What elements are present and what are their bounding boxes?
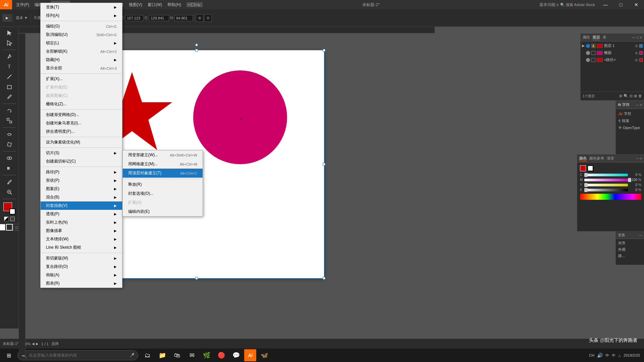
panel-collapse[interactable]: — bbox=[632, 36, 635, 39]
tab-color-ref[interactable]: 颜色参考 bbox=[589, 156, 604, 161]
color-boxes[interactable] bbox=[3, 202, 15, 215]
transform-min[interactable]: — bbox=[639, 234, 642, 237]
color-panel-collapse[interactable]: — bbox=[636, 157, 639, 160]
type-panel-menu[interactable]: ≡ bbox=[640, 103, 642, 107]
env-release[interactable]: 释放(R) bbox=[123, 180, 203, 189]
c-slider-thumb[interactable] bbox=[584, 173, 588, 177]
layer-options-btn[interactable]: ⊟ bbox=[630, 94, 633, 98]
menu-flatten[interactable]: 拼合透明度(F)... bbox=[41, 127, 122, 136]
panel-menu[interactable]: ≡ bbox=[640, 36, 642, 39]
type-tool[interactable]: T bbox=[1, 62, 17, 71]
eyedropper-tool[interactable] bbox=[1, 177, 17, 187]
layer-expand-1[interactable]: ▶ bbox=[582, 44, 585, 48]
menu-group[interactable]: 编组(G)Ctrl+G bbox=[41, 22, 122, 31]
taskbar-wechat[interactable]: 💬 bbox=[229, 349, 243, 362]
c-input[interactable] bbox=[149, 15, 169, 21]
fill-swatch[interactable] bbox=[580, 165, 586, 171]
layer-vis-3[interactable] bbox=[586, 58, 590, 62]
select-tool[interactable] bbox=[1, 28, 17, 38]
k-slider-thumb[interactable] bbox=[584, 188, 588, 192]
menu-envelope[interactable]: 封套扭曲(V)▶ bbox=[41, 201, 122, 210]
menu-arrange[interactable]: 排列(A)▶ bbox=[41, 11, 122, 20]
menu-slice[interactable]: 切片(S)▶ bbox=[41, 149, 122, 157]
fill-indicator[interactable] bbox=[0, 224, 5, 231]
menu-expand[interactable]: 扩展(X)... bbox=[41, 75, 122, 83]
stroke-color[interactable] bbox=[9, 208, 15, 215]
menu-crop-marks[interactable]: 创建裁切标记(C) bbox=[41, 157, 122, 166]
color-spectrum[interactable] bbox=[580, 194, 641, 200]
direct-select-tool[interactable] bbox=[1, 38, 17, 48]
zoom-up[interactable]: ▶ bbox=[36, 342, 39, 346]
layer-row-2[interactable]: 椭圆 ◎ bbox=[581, 49, 644, 56]
maximize-button[interactable]: □ bbox=[613, 0, 629, 9]
taskbar-butterfly[interactable]: 🦋 bbox=[258, 349, 271, 362]
menu-artboard[interactable]: 画板(A)▶ bbox=[41, 271, 122, 279]
gradient-tool[interactable] bbox=[1, 164, 17, 173]
menu-image-trace[interactable]: 图像描摹▶ bbox=[41, 227, 122, 235]
m-slider-thumb[interactable] bbox=[628, 178, 631, 182]
menu-mosaic[interactable]: 创建对象马赛克(I)... bbox=[41, 119, 122, 127]
tray-input1[interactable]: 中 bbox=[605, 353, 609, 358]
opentype-item[interactable]: ⊕ OpenType bbox=[617, 124, 643, 131]
none-color[interactable]: ∅ bbox=[10, 217, 15, 221]
tray-input2[interactable]: 中 bbox=[612, 353, 615, 358]
stroke-indicator[interactable] bbox=[6, 224, 13, 231]
m-slider-track[interactable] bbox=[584, 179, 628, 181]
taskbar-mail[interactable]: ✉ bbox=[185, 349, 199, 362]
menu-ungroup[interactable]: 取消编组(U)Shift+Ctrl+G bbox=[41, 31, 122, 39]
layer-view-btn[interactable]: ⊠ bbox=[634, 94, 637, 98]
layer-search-btn[interactable]: 🔍 bbox=[624, 94, 628, 98]
layer-lock-2[interactable] bbox=[591, 51, 595, 55]
menu-graph[interactable]: 图表(R)▶ bbox=[41, 279, 122, 288]
menu-perspective[interactable]: 透视(P)▶ bbox=[41, 210, 122, 218]
layer-vis-1[interactable] bbox=[586, 44, 590, 48]
menu-shape[interactable]: 形状(P)▶ bbox=[41, 176, 122, 185]
menu-transform[interactable]: 变换(T)▶ bbox=[41, 3, 122, 11]
menu-show-all[interactable]: 显示全部Alt+Ctrl+3 bbox=[41, 64, 122, 72]
search-stock[interactable]: 🔍 搜索 Adobe Stock bbox=[560, 2, 595, 7]
menu-pixel-perfect[interactable]: 设为像素级优化(M) bbox=[41, 138, 122, 146]
shape-builder-tool[interactable] bbox=[1, 154, 17, 163]
menu-rasterize[interactable]: 栅格化(Z)... bbox=[41, 100, 122, 108]
char-item[interactable]: Ai 字符 bbox=[617, 110, 643, 117]
y-slider-thumb[interactable] bbox=[584, 183, 588, 187]
brush-tool[interactable] bbox=[1, 92, 17, 102]
align-item[interactable]: 对齐 bbox=[617, 240, 643, 246]
align-btn1[interactable]: ⊞ bbox=[196, 14, 203, 22]
path-item[interactable]: 路... bbox=[617, 253, 643, 259]
swap-colors[interactable] bbox=[4, 217, 9, 221]
appearance-item[interactable]: 外观 bbox=[617, 246, 643, 253]
menu-window[interactable]: 窗口(W) bbox=[145, 1, 165, 9]
menu-hide[interactable]: 隐藏(H)▶ bbox=[41, 56, 122, 64]
c-slider-track[interactable] bbox=[584, 174, 628, 176]
rotate-handle[interactable] bbox=[195, 44, 198, 46]
menu-help[interactable]: 帮助(H) bbox=[165, 1, 184, 9]
tray-lang[interactable]: CH bbox=[589, 353, 594, 357]
env-options[interactable]: 封套选项(O)... bbox=[123, 189, 203, 198]
menu-pattern[interactable]: 图案(E)▶ bbox=[41, 185, 122, 193]
align-btn2[interactable]: ⊟ bbox=[204, 14, 212, 22]
menu-text-wrap[interactable]: 文本绕排(W)▶ bbox=[41, 235, 122, 243]
layer-target-2[interactable]: ◎ bbox=[635, 51, 638, 55]
y-slider-track[interactable] bbox=[584, 184, 628, 186]
taskbar-store[interactable]: 🛍 bbox=[170, 349, 184, 362]
taskbar-red[interactable]: 🔴 bbox=[215, 349, 228, 362]
stroke-swatch[interactable] bbox=[587, 165, 593, 171]
zoom-tool[interactable] bbox=[1, 187, 17, 197]
zoom-down[interactable]: ◀ bbox=[32, 342, 35, 346]
menu-view[interactable]: 视图(V) bbox=[126, 1, 145, 9]
layer-row-1[interactable]: ▶ 🔒 图层 1 ◎ bbox=[581, 42, 644, 49]
menu-line-sketch[interactable]: Line 和 Sketch 图框▶ bbox=[41, 243, 122, 252]
layer-target-1[interactable]: ◎ bbox=[635, 44, 638, 48]
menu-clipping-mask[interactable]: 剪切蒙版(M)▶ bbox=[41, 254, 122, 262]
para-item[interactable]: ¶ 段落 bbox=[617, 117, 643, 124]
pen-tool[interactable] bbox=[1, 52, 17, 61]
menu-path[interactable]: 路径(P)▶ bbox=[41, 168, 122, 176]
taskbar-search[interactable]: 🔍 🎤 bbox=[17, 350, 138, 360]
menu-lock[interactable]: 锁定(L)▶ bbox=[41, 39, 122, 47]
menu-gradient-mesh[interactable]: 创建渐变网格(D)... bbox=[41, 111, 122, 119]
tray-sound[interactable]: 🔊 bbox=[597, 353, 603, 358]
tab-gradient[interactable]: 渐变 bbox=[607, 156, 614, 161]
menu-live-paint[interactable]: 实时上色(N)▶ bbox=[41, 218, 122, 227]
layer-lock-1[interactable]: 🔒 bbox=[591, 44, 595, 48]
